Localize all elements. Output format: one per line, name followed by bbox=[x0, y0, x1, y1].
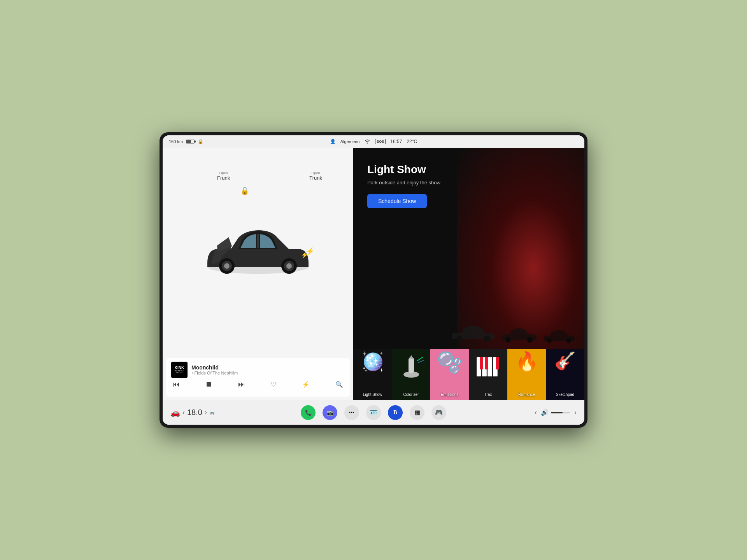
car-illustration: ⚡ bbox=[192, 208, 324, 294]
svg-point-13 bbox=[566, 338, 571, 343]
volume-fill bbox=[551, 412, 563, 413]
light-show-banner: Light Show Park outside and enjoy the sh… bbox=[353, 148, 584, 349]
trunk-open-label: Open bbox=[309, 171, 322, 175]
main-content: Open Frunk Open Trunk 🔓 bbox=[163, 148, 584, 400]
trunk-section[interactable]: Open Trunk bbox=[309, 171, 322, 181]
card-icon: 🪪 bbox=[370, 409, 377, 416]
temperature-value: 18.0 bbox=[187, 408, 202, 417]
time-display: 16:57 bbox=[390, 139, 402, 144]
screen: 160 km 🔒 👤 Algemeen SOS 16:57 22°C bbox=[163, 135, 584, 425]
wifi-icon bbox=[364, 139, 370, 145]
svg-line-16 bbox=[417, 357, 423, 361]
volume-bar[interactable] bbox=[551, 412, 570, 413]
favorite-button[interactable]: ♡ bbox=[271, 381, 276, 388]
car-lock-icon[interactable]: 🔓 bbox=[240, 187, 249, 195]
grid-button[interactable]: ▦ bbox=[410, 405, 424, 420]
svg-rect-15 bbox=[409, 357, 414, 373]
camera-button[interactable]: 📷 bbox=[323, 405, 337, 420]
car-icon-taskbar[interactable]: 🚗 bbox=[170, 408, 180, 417]
car-area: Open Frunk Open Trunk 🔓 bbox=[163, 148, 353, 355]
more-button[interactable]: ••• bbox=[344, 405, 359, 420]
svg-point-12 bbox=[547, 338, 552, 343]
nav-left-button[interactable]: ‹ bbox=[535, 408, 537, 416]
song-artist: ♪ Fields Of The Nephilim bbox=[191, 371, 345, 375]
phone-icon: 📞 bbox=[305, 410, 312, 416]
grid-icon: ▦ bbox=[414, 409, 420, 416]
schedule-show-button[interactable]: Schedule Show bbox=[367, 194, 427, 208]
app-sketchpad-label: Sketchpad bbox=[556, 392, 574, 397]
volume-controls: 🔊 bbox=[541, 409, 570, 416]
stop-button[interactable]: ⏹ bbox=[205, 380, 212, 388]
lock-icon: 🔒 bbox=[198, 139, 203, 144]
apps-icon: 🎮 bbox=[435, 409, 443, 416]
svg-point-11 bbox=[527, 337, 533, 343]
car-silhouette-1 bbox=[450, 322, 496, 343]
search-button[interactable]: 🔍 bbox=[335, 381, 343, 388]
car-silhouette-2 bbox=[500, 325, 538, 343]
app-emissions[interactable]: 🫧 Emissions bbox=[430, 349, 469, 400]
dots-icon: ••• bbox=[349, 410, 354, 415]
svg-point-8 bbox=[456, 336, 463, 342]
svg-point-3 bbox=[224, 263, 230, 269]
temperature-status: 22°C bbox=[407, 139, 417, 144]
frunk-section[interactable]: Open Frunk bbox=[217, 171, 230, 181]
svg-rect-24 bbox=[496, 357, 499, 369]
screen-bezel: 160 km 🔒 👤 Algemeen SOS 16:57 22°C bbox=[160, 132, 587, 428]
trax-icon bbox=[475, 353, 502, 380]
profile-name[interactable]: Algemeen bbox=[340, 139, 360, 144]
frunk-open-label: Open bbox=[217, 171, 230, 175]
apps-button[interactable]: 🎮 bbox=[431, 405, 446, 420]
equalizer-button[interactable]: ⚡ bbox=[302, 381, 310, 388]
phone-button[interactable]: 📞 bbox=[301, 405, 316, 420]
bluetooth-icon: B bbox=[393, 410, 397, 416]
app-romance[interactable]: 🔥 Romance bbox=[507, 349, 546, 400]
frunk-label: Frunk bbox=[217, 175, 230, 181]
light-show-title: Light Show bbox=[367, 163, 440, 176]
battery-icon bbox=[186, 140, 195, 144]
charge-icon: ⚡ bbox=[306, 247, 314, 256]
svg-rect-23 bbox=[485, 357, 488, 369]
svg-point-6 bbox=[286, 263, 292, 269]
apps-row: 🪩 Light Show bbox=[353, 349, 584, 400]
app-romance-label: Romance bbox=[518, 392, 535, 397]
trunk-label: Trunk bbox=[309, 175, 322, 181]
banner-background bbox=[457, 148, 584, 349]
banner-content: Light Show Park outside and enjoy the sh… bbox=[367, 163, 440, 208]
svg-line-17 bbox=[418, 360, 424, 363]
music-player: KINK NO ALTER NATIVE Moonchild ♪ Fields … bbox=[166, 358, 350, 397]
app-colorizer[interactable]: Colorizer bbox=[392, 349, 430, 400]
svg-point-10 bbox=[505, 337, 511, 343]
nav-right-button[interactable]: › bbox=[574, 408, 577, 416]
svg-point-9 bbox=[484, 336, 490, 342]
temp-nav-left[interactable]: ‹ bbox=[182, 408, 185, 416]
light-show-subtitle: Park outside and enjoy the show bbox=[367, 180, 440, 186]
person-icon: 👤 bbox=[330, 139, 336, 144]
card-button[interactable]: 🪪 bbox=[366, 405, 381, 420]
right-panel: Light Show Park outside and enjoy the sh… bbox=[353, 148, 584, 400]
range-display: 160 km bbox=[169, 139, 183, 144]
passenger-icon: 🚌 bbox=[210, 411, 214, 415]
prev-button[interactable]: ⏮ bbox=[173, 380, 180, 388]
left-panel: Open Frunk Open Trunk 🔓 bbox=[163, 148, 353, 400]
temperature-display: 18.0 bbox=[187, 408, 202, 417]
bluetooth-button[interactable]: B bbox=[388, 405, 403, 420]
station-tagline2: NATIVE bbox=[175, 372, 184, 374]
app-lightshow[interactable]: 🪩 Light Show bbox=[353, 349, 392, 400]
taskbar: 🚗 ‹ 18.0 › 🚌 📞 📷 ••• bbox=[163, 400, 584, 425]
sos-badge: SOS bbox=[375, 139, 386, 144]
camera-icon: 📷 bbox=[327, 410, 333, 416]
song-title: Moonchild bbox=[191, 364, 345, 371]
app-trax[interactable]: Trax bbox=[469, 349, 507, 400]
app-colorizer-label: Colorizer bbox=[403, 392, 419, 397]
volume-icon: 🔊 bbox=[541, 409, 549, 416]
app-emissions-label: Emissions bbox=[441, 392, 459, 397]
status-bar: 160 km 🔒 👤 Algemeen SOS 16:57 22°C bbox=[163, 135, 584, 148]
app-sketchpad[interactable]: 🎸 Sketchpad bbox=[546, 349, 584, 400]
app-trax-label: Trax bbox=[484, 392, 492, 397]
next-button[interactable]: ⏭ bbox=[238, 380, 245, 388]
temp-nav-right[interactable]: › bbox=[205, 408, 207, 416]
car-silhouette-3 bbox=[542, 327, 577, 343]
svg-rect-22 bbox=[480, 357, 483, 369]
colorizer-icon bbox=[398, 353, 425, 380]
radio-station-logo: KINK NO ALTER NATIVE bbox=[171, 362, 188, 378]
